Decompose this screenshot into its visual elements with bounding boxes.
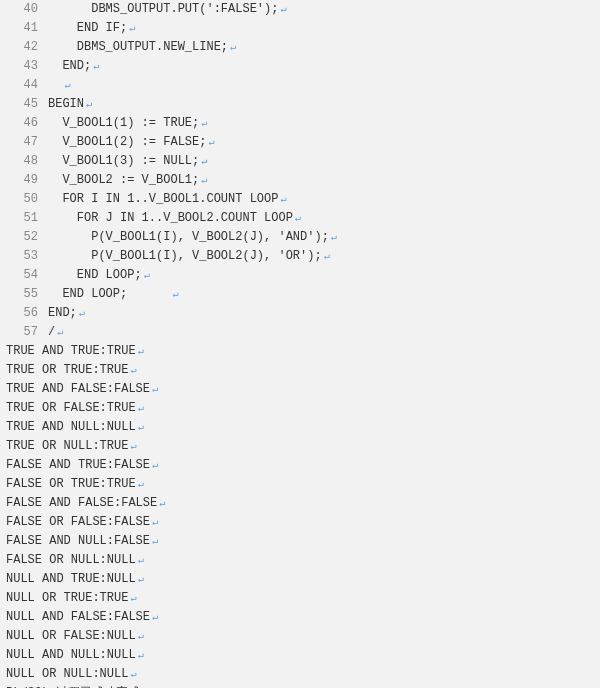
code-text: END; [48, 304, 77, 323]
newline-marker-icon: ↵ [138, 570, 144, 589]
line-number: 45 [4, 95, 48, 114]
output-text: NULL AND NULL:NULL [4, 646, 136, 665]
code-content: END LOOP; [77, 268, 142, 282]
code-text: FOR J IN 1..V_BOOL2.COUNT LOOP [48, 209, 293, 228]
code-line: 40 DBMS_OUTPUT.PUT(':FALSE');↵ [4, 0, 600, 19]
code-line: 56END;↵ [4, 304, 600, 323]
output-line: NULL OR FALSE:NULL↵ [4, 627, 600, 646]
code-text: DBMS_OUTPUT.PUT(':FALSE'); [48, 0, 278, 19]
output-line: NULL AND TRUE:NULL↵ [4, 570, 600, 589]
line-number: 56 [4, 304, 48, 323]
line-number: 42 [4, 38, 48, 57]
newline-marker-icon: ↵ [154, 684, 160, 688]
output-line: NULL AND FALSE:FALSE↵ [4, 608, 600, 627]
newline-marker-icon: ↵ [93, 57, 99, 76]
code-indent [48, 173, 62, 187]
newline-marker-icon: ↵ [201, 114, 207, 133]
code-line: 51 FOR J IN 1..V_BOOL2.COUNT LOOP↵ [4, 209, 600, 228]
code-content: P(V_BOOL1(I), V_BOOL2(J), 'OR'); [91, 249, 321, 263]
output-text: TRUE AND TRUE:TRUE [4, 342, 136, 361]
code-content: P(V_BOOL1(I), V_BOOL2(J), 'AND'); [91, 230, 329, 244]
newline-marker-icon: ↵ [138, 418, 144, 437]
newline-marker-icon: ↵ [172, 285, 178, 304]
newline-marker-icon: ↵ [230, 38, 236, 57]
line-number: 53 [4, 247, 48, 266]
output-line: FALSE AND TRUE:FALSE↵ [4, 456, 600, 475]
code-line: 41 END IF;↵ [4, 19, 600, 38]
code-text: DBMS_OUTPUT.NEW_LINE; [48, 38, 228, 57]
line-number: 49 [4, 171, 48, 190]
output-line: TRUE OR TRUE:TRUE↵ [4, 361, 600, 380]
newline-marker-icon: ↵ [130, 361, 136, 380]
output-text: TRUE AND FALSE:FALSE [4, 380, 150, 399]
code-indent [48, 59, 62, 73]
output-text: NULL OR TRUE:TRUE [4, 589, 128, 608]
output-line: FALSE OR NULL:NULL↵ [4, 551, 600, 570]
output-line: TRUE AND NULL:NULL↵ [4, 418, 600, 437]
line-number: 40 [4, 0, 48, 19]
newline-marker-icon: ↵ [144, 266, 150, 285]
output-line: NULL OR TRUE:TRUE↵ [4, 589, 600, 608]
code-indent [48, 230, 91, 244]
code-text: END; [48, 57, 91, 76]
code-text: / [48, 323, 55, 342]
output-text: TRUE AND NULL:NULL [4, 418, 136, 437]
output-line: TRUE OR FALSE:TRUE↵ [4, 399, 600, 418]
code-content: V_BOOL1(3) := NULL; [62, 154, 199, 168]
code-content: END; [48, 306, 77, 320]
newline-marker-icon: ↵ [138, 551, 144, 570]
line-number: 57 [4, 323, 48, 342]
code-content: END IF; [77, 21, 127, 35]
output-line: NULL AND NULL:NULL↵ [4, 646, 600, 665]
output-text: FALSE OR TRUE:TRUE [4, 475, 136, 494]
code-text: END LOOP; [48, 266, 142, 285]
code-line: 54 END LOOP;↵ [4, 266, 600, 285]
newline-marker-icon: ↵ [201, 152, 207, 171]
newline-marker-icon: ↵ [138, 475, 144, 494]
newline-marker-icon: ↵ [201, 171, 207, 190]
newline-marker-icon: ↵ [159, 494, 165, 513]
code-indent [48, 154, 62, 168]
output-text: NULL OR FALSE:NULL [4, 627, 136, 646]
code-line: 49 V_BOOL2 := V_BOOL1;↵ [4, 171, 600, 190]
newline-marker-icon: ↵ [138, 627, 144, 646]
newline-marker-icon: ↵ [208, 133, 214, 152]
code-listing: 40 DBMS_OUTPUT.PUT(':FALSE');↵41 END IF;… [0, 0, 600, 688]
code-line: 47 V_BOOL1(2) := FALSE;↵ [4, 133, 600, 152]
code-indent [48, 116, 62, 130]
code-line: 55 END LOOP; ↵ [4, 285, 600, 304]
newline-marker-icon: ↵ [86, 95, 92, 114]
output-line: FALSE AND NULL:FALSE↵ [4, 532, 600, 551]
code-text: BEGIN [48, 95, 84, 114]
line-number: 52 [4, 228, 48, 247]
output-line: NULL OR NULL:NULL↵ [4, 665, 600, 684]
newline-marker-icon: ↵ [152, 380, 158, 399]
line-number: 46 [4, 114, 48, 133]
newline-marker-icon: ↵ [79, 304, 85, 323]
output-text: FALSE AND NULL:FALSE [4, 532, 150, 551]
output-text: TRUE OR TRUE:TRUE [4, 361, 128, 380]
code-text: END IF; [48, 19, 127, 38]
code-indent [48, 287, 62, 301]
code-indent [48, 135, 62, 149]
output-block: TRUE AND TRUE:TRUE↵TRUE OR TRUE:TRUE↵TRU… [4, 342, 600, 688]
newline-marker-icon: ↵ [57, 323, 63, 342]
code-indent [48, 40, 77, 54]
code-block: 40 DBMS_OUTPUT.PUT(':FALSE');↵41 END IF;… [4, 0, 600, 342]
newline-marker-icon: ↵ [130, 665, 136, 684]
line-number: 47 [4, 133, 48, 152]
code-text: END LOOP; [48, 285, 170, 304]
output-line: FALSE AND FALSE:FALSE↵ [4, 494, 600, 513]
output-text: FALSE AND FALSE:FALSE [4, 494, 157, 513]
newline-marker-icon: ↵ [138, 342, 144, 361]
newline-marker-icon: ↵ [152, 532, 158, 551]
code-content: V_BOOL1(1) := TRUE; [62, 116, 199, 130]
code-content: FOR I IN 1..V_BOOL1.COUNT LOOP [62, 192, 278, 206]
code-content: FOR J IN 1..V_BOOL2.COUNT LOOP [77, 211, 293, 225]
code-line: 42 DBMS_OUTPUT.NEW_LINE;↵ [4, 38, 600, 57]
newline-marker-icon: ↵ [295, 209, 301, 228]
code-indent [48, 2, 91, 16]
newline-marker-icon: ↵ [152, 608, 158, 627]
code-line: 50 FOR I IN 1..V_BOOL1.COUNT LOOP↵ [4, 190, 600, 209]
code-line: 48 V_BOOL1(3) := NULL;↵ [4, 152, 600, 171]
